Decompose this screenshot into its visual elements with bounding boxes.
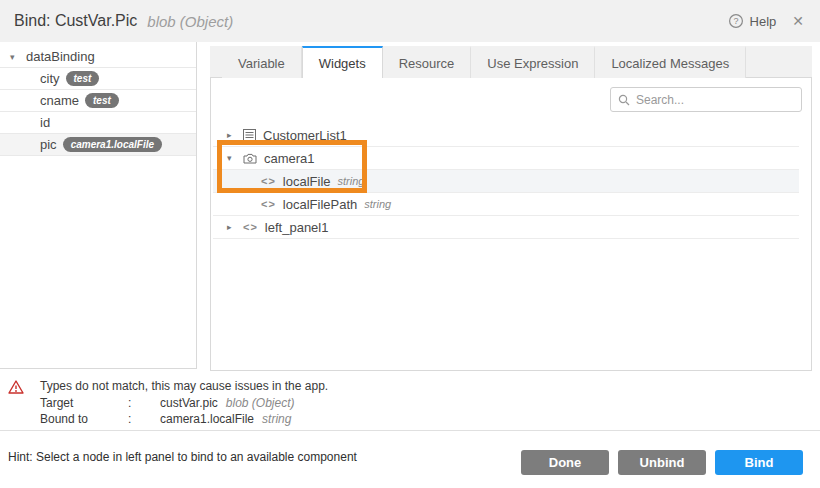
tree-row-label: localFile	[283, 174, 331, 189]
sidebar-item-label: cname	[40, 93, 79, 108]
tree-row-camera1[interactable]: ▾ camera1	[213, 147, 799, 170]
tree-row-label: camera1	[264, 151, 315, 166]
warning-icon	[8, 378, 32, 398]
tree-row-type: string	[364, 198, 391, 210]
sidebar-item-label: city	[40, 71, 60, 86]
tab-localized-messages[interactable]: Localized Messages	[595, 46, 746, 78]
page-title: Bind: CustVar.Pic	[14, 12, 137, 30]
search-icon	[618, 94, 630, 106]
dialog-header: Bind: CustVar.Pic blob (Object) ? Help ✕	[0, 0, 820, 42]
sidebar-item-databinding[interactable]: ▾ dataBinding	[0, 46, 196, 68]
widgets-tree: ▸ CustomerList1 ▾ camera1 <> localFile s…	[211, 124, 811, 239]
chevron-right-icon[interactable]: ▸	[227, 130, 243, 140]
code-property-icon: <>	[261, 175, 276, 187]
sidebar-item-city[interactable]: city test	[0, 68, 196, 90]
camera-widget-icon	[243, 153, 257, 164]
tab-bar: Variable Widgets Resource Use Expression…	[210, 46, 812, 78]
binding-badge: test	[66, 71, 100, 86]
help-icon: ?	[728, 13, 744, 29]
page-subtitle: blob (Object)	[147, 13, 233, 30]
tree-row-customerlist1[interactable]: ▸ CustomerList1	[213, 124, 799, 147]
customerlist-widget-icon	[243, 129, 256, 141]
help-label: Help	[750, 14, 777, 29]
warning-boundto-row: Bound to : camera1.localFile string	[40, 411, 328, 428]
hint-text: Hint: Select a node in left panel to bin…	[8, 450, 357, 464]
chevron-down-icon[interactable]: ▾	[227, 153, 243, 163]
sidebar-item-cname[interactable]: cname test	[0, 90, 196, 112]
chevron-right-icon[interactable]: ▸	[227, 222, 243, 232]
done-button[interactable]: Done	[521, 450, 609, 475]
sidebar-item-id[interactable]: id	[0, 112, 196, 134]
type-mismatch-warning: Types do not match, this may cause issue…	[0, 372, 820, 430]
header-actions: ? Help ✕	[728, 13, 806, 29]
tree-row-localfile[interactable]: <> localFile string	[213, 170, 799, 193]
code-property-icon: <>	[243, 221, 258, 233]
sidebar-item-label: pic	[40, 137, 57, 152]
tree-row-type: string	[338, 175, 365, 187]
bind-dialog: Bind: CustVar.Pic blob (Object) ? Help ✕…	[0, 0, 820, 488]
help-button[interactable]: ? Help	[728, 13, 777, 29]
svg-text:?: ?	[733, 16, 738, 26]
tree-row-label: localFilePath	[283, 197, 357, 212]
chevron-down-icon[interactable]: ▾	[10, 52, 26, 62]
tree-row-localfilepath[interactable]: <> localFilePath string	[213, 193, 799, 216]
binding-badge: camera1.localFile	[63, 137, 162, 152]
tab-widgets[interactable]: Widgets	[302, 46, 383, 79]
close-icon[interactable]: ✕	[790, 13, 806, 29]
search-input[interactable]	[636, 93, 794, 107]
tree-row-label: left_panel1	[265, 220, 329, 235]
sidebar: ▾ dataBinding city test cname test id pi…	[0, 42, 197, 369]
tree-row-left-panel1[interactable]: ▸ <> left_panel1	[213, 216, 799, 239]
dialog-footer: Hint: Select a node in left panel to bin…	[0, 430, 820, 488]
search-box	[610, 87, 802, 112]
tab-variable[interactable]: Variable	[222, 46, 302, 78]
warning-message: Types do not match, this may cause issue…	[40, 378, 328, 395]
tab-use-expression[interactable]: Use Expression	[471, 46, 595, 78]
tab-resource[interactable]: Resource	[383, 46, 472, 78]
code-property-icon: <>	[261, 198, 276, 210]
unbind-button[interactable]: Unbind	[618, 450, 706, 475]
bind-button[interactable]: Bind	[715, 450, 803, 475]
sidebar-root-label: dataBinding	[26, 49, 95, 64]
warning-lines: Types do not match, this may cause issue…	[32, 378, 328, 428]
warning-target-row: Target : custVar.pic blob (Object)	[40, 395, 328, 412]
sidebar-item-label: id	[40, 115, 50, 130]
tree-row-label: CustomerList1	[263, 128, 347, 143]
footer-buttons: Done Unbind Bind	[521, 450, 803, 475]
sidebar-item-pic[interactable]: pic camera1.localFile	[0, 134, 196, 156]
widgets-panel: ▸ CustomerList1 ▾ camera1 <> localFile s…	[210, 78, 812, 371]
binding-badge: test	[85, 93, 119, 108]
